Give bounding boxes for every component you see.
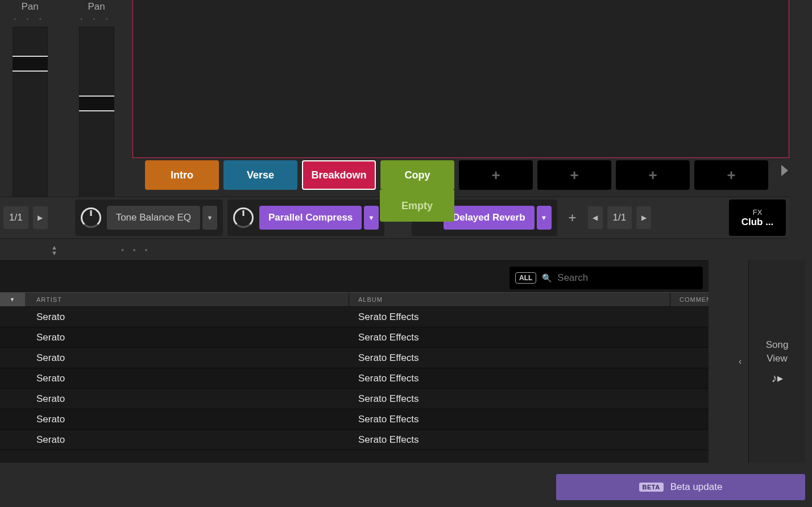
column-header-comment[interactable]: COMMEN xyxy=(670,293,709,306)
fx-slot-delayed-reverb[interactable]: Delayed Reverb xyxy=(444,206,535,230)
beta-badge: BETA xyxy=(639,483,664,492)
table-row[interactable]: SeratoSerato Effects xyxy=(0,327,709,348)
song-view-label-line1: Song xyxy=(766,339,789,350)
column-header-album[interactable]: ALBUM xyxy=(349,293,670,306)
song-view-label: Song View xyxy=(766,338,789,365)
scene-verse[interactable]: Verse xyxy=(223,160,297,190)
pan-label: Pan xyxy=(0,1,60,13)
cell-artist: Serato xyxy=(25,414,349,425)
cell-album: Serato Effects xyxy=(349,352,670,364)
column-header-artist[interactable]: ARTIST xyxy=(25,293,349,306)
fx-page-next-left[interactable]: ▶ xyxy=(33,206,48,229)
fx-module-2: Parallel Compress ▼ xyxy=(227,200,384,236)
scene-row: Intro Verse Breakdown Copy + + + + xyxy=(132,160,789,190)
resize-handle[interactable]: ▲ ▼ xyxy=(51,244,57,256)
fx-add-button[interactable]: + xyxy=(562,207,583,228)
fader-1[interactable] xyxy=(13,27,48,197)
library-panel: ALL 🔍 ▼ ARTIST ALBUM COMMEN SeratoSerato… xyxy=(0,260,709,463)
copy-menu-item-empty[interactable]: Empty xyxy=(380,190,454,222)
table-row[interactable]: SeratoSerato Effects xyxy=(0,307,709,327)
table-row[interactable]: SeratoSerato Effects xyxy=(0,348,709,368)
beta-update-label: Beta update xyxy=(670,481,723,493)
scene-empty-slot[interactable]: + xyxy=(537,160,611,190)
scene-copy[interactable]: Copy xyxy=(380,160,454,190)
cell-album: Serato Effects xyxy=(349,373,670,384)
fx-master-name: Club ... xyxy=(741,217,774,228)
scene-scroll-right-icon[interactable] xyxy=(781,165,788,176)
cell-album: Serato Effects xyxy=(349,311,670,323)
fx-knob[interactable] xyxy=(81,207,101,228)
song-view-label-line2: View xyxy=(767,353,788,364)
scene-intro[interactable]: Intro xyxy=(145,160,219,190)
channel-1: Pan • • • xyxy=(0,0,60,199)
fx-master-slot[interactable]: FX Club ... xyxy=(729,200,786,236)
cell-artist: Serato xyxy=(25,332,349,343)
fx-module-1: Tone Balance EQ ▼ xyxy=(75,200,223,236)
channel-2: Pan • • • xyxy=(67,0,126,199)
song-view-icon[interactable]: ♪▸ xyxy=(772,371,783,385)
cell-artist: Serato xyxy=(25,393,349,405)
fx-dropdown-icon[interactable]: ▼ xyxy=(364,206,379,230)
scene-breakdown[interactable]: Breakdown xyxy=(302,160,376,190)
table-row[interactable]: SeratoSerato Effects xyxy=(0,389,709,409)
chevron-down-icon: ▼ xyxy=(51,250,57,256)
cell-album: Serato Effects xyxy=(349,393,670,405)
fx-slot-tone-balance[interactable]: Tone Balance EQ xyxy=(107,206,200,230)
cell-artist: Serato xyxy=(25,434,349,446)
collapse-panel-icon[interactable]: ‹ xyxy=(739,356,741,367)
mixer-panel: Pan • • • Pan • • • xyxy=(0,0,131,199)
fx-page-indicator-left: 1/1 xyxy=(3,206,28,229)
library-columns-header: ▼ ARTIST ALBUM COMMEN xyxy=(0,292,709,307)
search-icon: 🔍 xyxy=(542,273,552,282)
fx-page-indicator-right: 1/1 xyxy=(607,206,632,229)
library-rows: SeratoSerato EffectsSeratoSerato Effects… xyxy=(0,307,709,463)
fx-dropdown-icon[interactable]: ▼ xyxy=(537,206,552,230)
sort-column-button[interactable]: ▼ xyxy=(0,293,25,306)
beta-update-button[interactable]: BETA Beta update xyxy=(556,474,805,500)
table-row[interactable]: SeratoSerato Effects xyxy=(0,430,709,450)
song-view-panel: ‹ Song View ♪▸ xyxy=(748,260,805,463)
cell-artist: Serato xyxy=(25,311,349,323)
pan-dots: • • • xyxy=(67,16,126,22)
search-scope-chip[interactable]: ALL xyxy=(515,272,536,284)
cell-album: Serato Effects xyxy=(349,434,670,446)
fx-slot-parallel-compress[interactable]: Parallel Compress xyxy=(259,206,362,230)
table-row[interactable]: SeratoSerato Effects xyxy=(0,409,709,430)
fx-page-prev-right[interactable]: ◀ xyxy=(588,206,603,229)
cell-artist: Serato xyxy=(25,352,349,364)
fx-page-next-right[interactable]: ▶ xyxy=(636,206,651,229)
pan-dots: • • • xyxy=(0,16,60,22)
fx-knob[interactable] xyxy=(233,207,254,228)
arrangement-view[interactable] xyxy=(132,0,789,158)
fx-master-label: FX xyxy=(753,208,763,217)
divider-row: ▲ ▼ • • • xyxy=(0,239,789,261)
search-box[interactable]: ALL 🔍 xyxy=(509,267,703,289)
table-row[interactable]: SeratoSerato Effects xyxy=(0,368,709,389)
drag-handle-icon[interactable]: • • • xyxy=(121,246,151,255)
search-input[interactable] xyxy=(557,272,697,284)
cell-artist: Serato xyxy=(25,373,349,384)
pan-label: Pan xyxy=(67,1,126,13)
cell-album: Serato Effects xyxy=(349,332,670,343)
scene-empty-slot[interactable]: + xyxy=(459,160,533,190)
fader-2[interactable] xyxy=(79,27,114,197)
fader-cap[interactable] xyxy=(13,56,48,72)
scene-empty-slot[interactable]: + xyxy=(616,160,690,190)
fx-dropdown-icon[interactable]: ▼ xyxy=(202,206,217,230)
cell-album: Serato Effects xyxy=(349,414,670,425)
scene-empty-slot[interactable]: + xyxy=(694,160,768,190)
fader-cap[interactable] xyxy=(79,95,114,111)
